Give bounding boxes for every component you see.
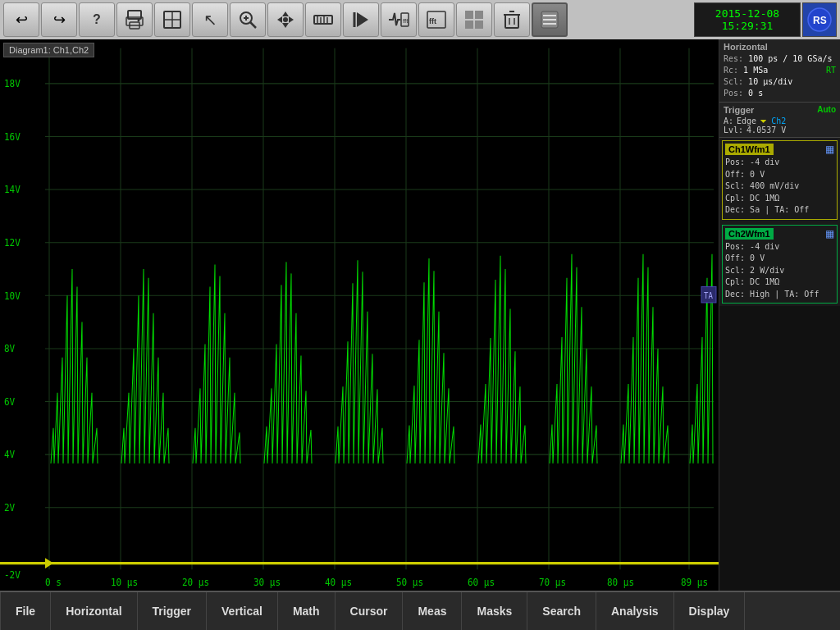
horizontal-res-row: Res: 100 ps / 10 GSa/s RT [724,53,836,65]
svg-text:TA: TA [704,290,713,299]
fft-button[interactable]: fft [418,2,454,37]
play-button[interactable] [343,2,379,37]
channel2-name: Ch2Wfm1 [725,228,774,240]
scope-display[interactable]: Diagram1: Ch1,Ch2 18 [0,39,719,591]
help-button[interactable]: ? [79,2,115,37]
menu-masks[interactable]: Masks [462,592,527,630]
channel2-settings-icon[interactable]: ▦ [825,228,834,240]
trigger-section: Trigger Auto A: Edge ⏷ Ch2 Lvl: 4.0537 V [719,103,840,138]
settings-button[interactable] [532,2,568,37]
channel2-box: Ch2Wfm1 ▦ Pos: -4 div Off: 0 V Scl: 2 W/… [722,225,838,304]
svg-text:50 µs: 50 µs [396,576,423,588]
svg-text:-2V: -2V [4,569,21,582]
menu-bar: File Horizontal Trigger Vertical Math Cu… [0,591,840,630]
horizontal-pos-row: Pos: 0 s [724,88,836,99]
svg-text:10 µs: 10 µs [111,576,138,588]
toolbar: ↩ ↪ ? ↖ fft fft 2015-12-08 15:29:31 RS [0,0,840,39]
menu-trigger[interactable]: Trigger [138,592,207,630]
menu-vertical[interactable]: Vertical [207,592,278,630]
svg-text:20 µs: 20 µs [182,576,209,588]
waveform-button[interactable]: fft [381,2,417,37]
svg-text:60 µs: 60 µs [468,576,495,588]
select-button[interactable]: ↖ [192,2,228,37]
horizontal-title: Horizontal [724,42,836,52]
svg-rect-30 [475,21,483,29]
right-panel-spacer [719,306,840,591]
svg-text:fft: fft [429,17,436,25]
menu-search[interactable]: Search [527,592,596,630]
svg-text:89 µs: 89 µs [681,576,708,588]
svg-marker-11 [282,11,289,16]
svg-marker-14 [289,16,294,23]
menu-math[interactable]: Math [278,592,336,630]
channel2-header: Ch2Wfm1 ▦ [725,228,834,240]
channel1-name: Ch1Wfm1 [725,144,774,155]
brand-logo: RS [802,2,837,37]
svg-text:18V: 18V [4,78,21,90]
svg-text:40 µs: 40 µs [325,576,352,588]
menu-cursor[interactable]: Cursor [336,592,404,630]
pan-button[interactable] [267,2,304,37]
svg-rect-29 [465,21,473,29]
right-panel: Horizontal Res: 100 ps / 10 GSa/s RT Rc:… [719,39,840,591]
horizontal-section: Horizontal Res: 100 ps / 10 GSa/s RT Rc:… [719,39,840,103]
svg-text:2V: 2V [4,502,15,514]
svg-text:14V: 14V [4,184,21,196]
svg-text:16V: 16V [4,130,21,143]
svg-marker-13 [277,16,282,23]
menu-horizontal[interactable]: Horizontal [51,592,137,630]
measure-button[interactable] [305,2,341,37]
undo-button[interactable]: ↩ [3,2,39,37]
menu-display[interactable]: Display [674,592,746,630]
main-area: Diagram1: Ch1,Ch2 18 [0,39,840,591]
trigger-level-row: Lvl: 4.0537 V [724,126,836,135]
channel1-box: Ch1Wfm1 ▦ Pos: -4 div Off: 0 V Scl: 400 … [722,140,838,220]
svg-rect-27 [465,11,473,19]
svg-text:12V: 12V [4,237,21,249]
channel1-settings-icon[interactable]: ▦ [825,144,834,155]
print-button[interactable] [116,2,153,37]
svg-text:30 µs: 30 µs [253,576,281,588]
svg-rect-28 [475,11,483,19]
svg-text:70 µs: 70 µs [539,576,566,588]
svg-point-3 [138,20,140,22]
trigger-title: Trigger [724,105,754,115]
time-text: 15:29:31 [722,20,774,32]
svg-rect-31 [505,15,518,28]
svg-text:RS: RS [813,15,827,26]
menu-analysis[interactable]: Analysis [596,592,674,630]
svg-text:fft: fft [403,17,409,25]
zoom-button[interactable] [230,2,266,37]
svg-line-8 [250,22,256,28]
svg-text:0 s: 0 s [45,576,62,588]
datetime-display: 2015-12-08 15:29:31 [694,2,801,37]
channel1-info: Pos: -4 div Off: 0 V Scl: 400 mV/div Cpl… [725,157,834,217]
menu-file[interactable]: File [0,592,51,630]
redo-button[interactable]: ↪ [41,2,77,37]
horizontal-scl-row: Scl: 10 µs/div [724,76,836,88]
svg-text:6V: 6V [4,395,15,408]
svg-text:80 µs: 80 µs [607,576,634,588]
channel2-info: Pos: -4 div Off: 0 V Scl: 2 W/div Cpl: D… [725,241,834,301]
svg-marker-12 [282,23,289,28]
svg-text:4V: 4V [4,449,15,461]
cursor-tool-button[interactable] [154,2,190,37]
trigger-auto-badge: Auto [817,105,836,115]
horizontal-rc-row: Rc: 1 MSa [724,65,836,76]
menu-meas[interactable]: Meas [403,592,462,630]
trigger-info-row: A: Edge ⏷ Ch2 [724,116,836,126]
delete-button[interactable] [494,2,530,37]
waveform-display: 18V 16V 14V 12V 10V 8V 6V 4V 2V -2V 0 s … [0,39,719,591]
svg-marker-21 [357,12,368,27]
svg-text:10V: 10V [4,290,21,302]
channel1-header: Ch1Wfm1 ▦ [725,144,834,155]
grid-button[interactable] [456,2,492,37]
date-text: 2015-12-08 [715,7,779,20]
svg-point-15 [283,17,288,22]
diagram-label: Diagram1: Ch1,Ch2 [3,43,94,57]
svg-text:8V: 8V [4,343,15,355]
